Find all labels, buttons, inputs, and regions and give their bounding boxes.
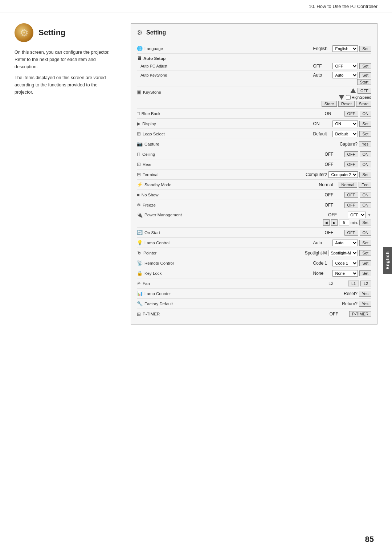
no-show-icon: ■: [137, 192, 140, 197]
ceiling-row: ⊓ Ceiling OFF OFF ON: [137, 149, 371, 159]
on-start-off-button[interactable]: OFF: [344, 230, 358, 236]
ceiling-on-button[interactable]: ON: [360, 151, 372, 157]
key-lock-set-button[interactable]: Set: [359, 270, 371, 276]
display-set-button[interactable]: Set: [359, 121, 371, 127]
on-start-on-button[interactable]: ON: [360, 230, 372, 236]
factory-default-label: Factory Default: [144, 302, 173, 306]
auto-pc-adjust-select[interactable]: OFF ON: [332, 63, 358, 69]
auto-setup-icon: 🖥: [137, 56, 142, 61]
capture-yes-button[interactable]: Yes: [359, 141, 371, 147]
keystone-store2-button[interactable]: Store: [356, 101, 371, 107]
fan-value: L2: [328, 281, 347, 286]
lamp-control-label: Lamp Control: [144, 241, 170, 245]
power-management-min-label: min.: [351, 220, 358, 225]
logo-select-set-button[interactable]: Set: [359, 131, 371, 137]
rear-value: OFF: [325, 162, 343, 167]
page-header: 10. How to Use the PJ Controller: [0, 0, 392, 12]
display-label: Display: [142, 122, 156, 126]
keystone-down-button[interactable]: [339, 95, 344, 100]
no-show-value: OFF: [325, 192, 343, 197]
remote-control-select[interactable]: Code 1: [332, 260, 358, 266]
key-lock-icon: 🔒: [137, 270, 143, 276]
lamp-counter-label: Lamp Counter: [144, 291, 171, 296]
ceiling-off-button[interactable]: OFF: [344, 151, 358, 157]
left-desc-2: The items displayed on this screen are v…: [15, 74, 116, 96]
freeze-on-button[interactable]: ON: [360, 202, 372, 208]
fan-icon: ✳: [137, 281, 141, 286]
no-show-label: No Show: [142, 193, 159, 197]
header-text: 10. How to Use the PJ Controller: [309, 4, 377, 9]
highspeed-checkbox[interactable]: [346, 95, 351, 100]
standby-eco-button[interactable]: Eco: [359, 182, 371, 188]
language-set-button[interactable]: Set: [359, 46, 371, 52]
ceiling-label: Ceiling: [142, 152, 155, 156]
lamp-control-set-button[interactable]: Set: [359, 240, 371, 246]
p-timer-button[interactable]: P-TIMER: [349, 311, 371, 317]
keystone-up-button[interactable]: [350, 88, 356, 93]
keystone-store1-button[interactable]: Store: [322, 101, 337, 107]
rear-off-button[interactable]: OFF: [344, 162, 358, 167]
pointer-set-button[interactable]: Set: [359, 250, 371, 256]
p-timer-value: OFF: [330, 311, 348, 317]
auto-keystone-start-button[interactable]: Start: [357, 79, 371, 85]
logo-select-icon: ⊞: [137, 131, 141, 136]
freeze-label: Freeze: [143, 203, 156, 207]
lamp-control-select[interactable]: Auto Normal Eco: [332, 240, 358, 246]
on-start-row: 🔄 On Start OFF OFF ON: [137, 228, 371, 238]
remote-control-icon: 📡: [137, 260, 143, 266]
power-management-min-input[interactable]: [339, 220, 349, 225]
auto-pc-adjust-row: Auto PC Adjust OFF OFF ON Set: [137, 62, 371, 71]
blue-back-on-button[interactable]: ON: [360, 111, 372, 117]
on-start-value: OFF: [325, 230, 343, 235]
english-tab: English: [383, 247, 392, 274]
power-management-next-button[interactable]: ▶: [331, 219, 338, 226]
ceiling-value: OFF: [325, 152, 343, 157]
standby-mode-label: Standby Mode: [144, 183, 171, 187]
panel-title-row: ⚙ Setting: [137, 29, 371, 39]
no-show-row: ■ No Show OFF OFF ON: [137, 190, 371, 200]
auto-keystone-select[interactable]: Auto OFF: [332, 72, 358, 78]
power-management-value: OFF: [328, 212, 346, 217]
lamp-counter-yes-button[interactable]: Yes: [359, 291, 371, 297]
auto-pc-adjust-set-button[interactable]: Set: [359, 63, 371, 69]
remote-control-set-button[interactable]: Set: [359, 260, 371, 266]
freeze-off-button[interactable]: OFF: [344, 202, 358, 208]
blue-back-off-button[interactable]: OFF: [344, 111, 358, 117]
panel-title-icon: ⚙: [137, 29, 143, 37]
keystone-reset-button[interactable]: Reset: [338, 101, 355, 107]
fan-l1-button[interactable]: L1: [348, 281, 359, 286]
display-select[interactable]: ON OFF: [332, 121, 358, 127]
auto-keystone-set-button[interactable]: Set: [359, 72, 371, 78]
key-lock-select[interactable]: None: [332, 270, 358, 277]
setting-icon: [15, 23, 33, 42]
no-show-off-button[interactable]: OFF: [344, 192, 358, 198]
fan-l2-button[interactable]: L2: [360, 281, 371, 286]
power-management-select[interactable]: OFF ON: [348, 212, 366, 218]
rear-on-button[interactable]: ON: [360, 162, 372, 167]
key-lock-label: Key Lock: [144, 271, 162, 276]
panel-title: Setting: [146, 29, 166, 36]
fan-label: Fan: [143, 281, 150, 286]
factory-default-yes-button[interactable]: Yes: [359, 301, 371, 307]
highspeed-label: HighSpeed: [346, 95, 371, 100]
factory-default-row: 🔧 Factory Default Return? Yes: [137, 299, 371, 309]
language-select[interactable]: English: [332, 45, 358, 52]
pointer-select[interactable]: Spotlight-M: [328, 250, 358, 256]
terminal-value: Computer2: [306, 172, 327, 177]
terminal-set-button[interactable]: Set: [359, 172, 371, 177]
blue-back-icon: □: [137, 111, 140, 116]
capture-value: Capture?: [328, 142, 358, 147]
terminal-select[interactable]: Computer2 Computer1: [328, 171, 358, 178]
power-management-set-button[interactable]: Set: [359, 220, 371, 225]
logo-select-row: ⊞ Logo Select Default Default Set: [137, 129, 371, 139]
keystone-off-button[interactable]: OFF: [358, 88, 371, 94]
terminal-row: ⊟ Terminal Computer2 Computer2 Computer1…: [137, 170, 371, 180]
auto-setup-label: Auto Setup: [143, 56, 166, 61]
p-timer-row: ⊞ P-TIMER OFF P-TIMER: [137, 309, 371, 319]
auto-pc-adjust-value: OFF: [313, 64, 331, 69]
left-desc-1: On this screen, you can configure the pr…: [15, 49, 116, 70]
logo-select-select[interactable]: Default: [332, 131, 358, 137]
no-show-on-button[interactable]: ON: [360, 192, 372, 198]
power-management-prev-button[interactable]: ◀: [323, 219, 330, 226]
standby-normal-button[interactable]: Normal: [339, 182, 357, 188]
